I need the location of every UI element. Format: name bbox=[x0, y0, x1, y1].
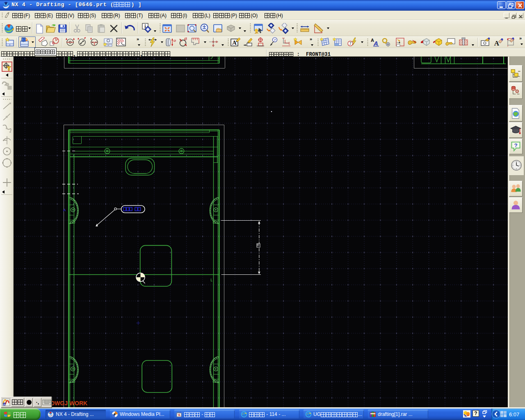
svg-text:A: A bbox=[3, 403, 5, 405]
svg-text:A: A bbox=[494, 39, 500, 47]
svg-text:7: 7 bbox=[349, 41, 352, 46]
svg-text:Ø: Ø bbox=[173, 39, 176, 43]
svg-text:7: 7 bbox=[274, 38, 276, 42]
svg-text:A: A bbox=[232, 39, 237, 46]
svg-text:A: A bbox=[373, 40, 378, 47]
svg-text:?: ? bbox=[514, 142, 517, 148]
svg-text:Ø: Ø bbox=[184, 37, 187, 41]
svg-text:A: A bbox=[63, 208, 66, 212]
